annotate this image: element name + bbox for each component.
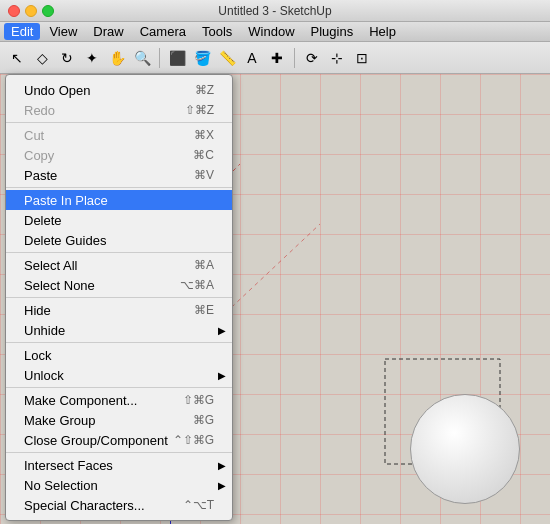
make-component-label: Make Component... — [24, 393, 137, 408]
make-group-shortcut: ⌘G — [193, 413, 214, 427]
delete-guides-label: Delete Guides — [24, 233, 106, 248]
undo-label: Undo Open — [24, 83, 91, 98]
material-tool-icon[interactable]: 🪣 — [191, 47, 213, 69]
menu-plugins[interactable]: Plugins — [304, 23, 361, 40]
menu-tools[interactable]: Tools — [195, 23, 239, 40]
hand-tool-icon[interactable]: ✋ — [106, 47, 128, 69]
title-bar: Untitled 3 - SketchUp — [0, 0, 550, 22]
edit-dropdown-menu: Undo Open ⌘Z Redo ⇧⌘Z Cut ⌘X Copy ⌘C — [5, 74, 233, 521]
unlock-label: Unlock — [24, 368, 64, 383]
component-section: Make Component... ⇧⌘G Make Group ⌘G Clos… — [6, 388, 232, 453]
unhide-item[interactable]: Unhide — [6, 320, 232, 340]
menu-bar: Edit View Draw Camera Tools Window Plugi… — [0, 22, 550, 42]
select-all-item[interactable]: Select All ⌘A — [6, 255, 232, 275]
menu-view[interactable]: View — [42, 23, 84, 40]
paste-delete-section: Paste In Place Delete Delete Guides — [6, 188, 232, 253]
special-chars-shortcut: ⌃⌥T — [183, 498, 214, 512]
lock-label: Lock — [24, 348, 51, 363]
make-component-shortcut: ⇧⌘G — [183, 393, 214, 407]
menu-window[interactable]: Window — [241, 23, 301, 40]
unlock-item[interactable]: Unlock — [6, 365, 232, 385]
paste-in-place-item[interactable]: Paste In Place — [6, 190, 232, 210]
delete-item[interactable]: Delete — [6, 210, 232, 230]
lock-item[interactable]: Lock — [6, 345, 232, 365]
main-area: Undo Open ⌘Z Redo ⇧⌘Z Cut ⌘X Copy ⌘C — [0, 74, 550, 524]
intersect-faces-label: Intersect Faces — [24, 458, 113, 473]
maximize-button[interactable] — [42, 5, 54, 17]
camera-pan-icon[interactable]: ⊹ — [326, 47, 348, 69]
select-section: Select All ⌘A Select None ⌥⌘A — [6, 253, 232, 298]
menu-camera[interactable]: Camera — [133, 23, 193, 40]
redo-shortcut: ⇧⌘Z — [185, 103, 214, 117]
cut-label: Cut — [24, 128, 44, 143]
window-title: Untitled 3 - SketchUp — [218, 4, 331, 18]
select-none-label: Select None — [24, 278, 95, 293]
undo-item[interactable]: Undo Open ⌘Z — [6, 80, 232, 100]
select-none-shortcut: ⌥⌘A — [180, 278, 214, 292]
menu-edit[interactable]: Edit — [4, 23, 40, 40]
copy-shortcut: ⌘C — [193, 148, 214, 162]
minimize-button[interactable] — [25, 5, 37, 17]
hide-label: Hide — [24, 303, 51, 318]
delete-guides-item[interactable]: Delete Guides — [6, 230, 232, 250]
close-group-label: Close Group/Component — [24, 433, 168, 448]
select-tool-icon[interactable]: ↖ — [6, 47, 28, 69]
undo-shortcut: ⌘Z — [195, 83, 214, 97]
copy-item[interactable]: Copy ⌘C — [6, 145, 232, 165]
special-chars-item[interactable]: Special Characters... ⌃⌥T — [6, 495, 232, 515]
erase-tool-icon[interactable]: ◇ — [31, 47, 53, 69]
move-tool-icon[interactable]: ✦ — [81, 47, 103, 69]
special-chars-label: Special Characters... — [24, 498, 145, 513]
make-group-item[interactable]: Make Group ⌘G — [6, 410, 232, 430]
hide-shortcut: ⌘E — [194, 303, 214, 317]
make-component-item[interactable]: Make Component... ⇧⌘G — [6, 390, 232, 410]
no-selection-label: No Selection — [24, 478, 98, 493]
zoom-extents-icon[interactable]: ⊡ — [351, 47, 373, 69]
paste-item[interactable]: Paste ⌘V — [6, 165, 232, 185]
cut-shortcut: ⌘X — [194, 128, 214, 142]
toolbar: ↖ ◇ ↻ ✦ ✋ 🔍 ⬛ 🪣 📏 A ✚ ⟳ ⊹ ⊡ — [0, 42, 550, 74]
toolbar-separator-2 — [294, 48, 295, 68]
select-none-item[interactable]: Select None ⌥⌘A — [6, 275, 232, 295]
redo-label: Redo — [24, 103, 55, 118]
window-controls[interactable] — [8, 5, 54, 17]
hide-item[interactable]: Hide ⌘E — [6, 300, 232, 320]
text-tool-icon[interactable]: A — [241, 47, 263, 69]
make-group-label: Make Group — [24, 413, 96, 428]
paste-in-place-label: Paste In Place — [24, 193, 108, 208]
paste-shortcut: ⌘V — [194, 168, 214, 182]
hide-section: Hide ⌘E Unhide — [6, 298, 232, 343]
intersect-faces-item[interactable]: Intersect Faces — [6, 455, 232, 475]
paste-label: Paste — [24, 168, 57, 183]
no-selection-item[interactable]: No Selection — [6, 475, 232, 495]
toolbar-separator-1 — [159, 48, 160, 68]
zoom-tool-icon[interactable]: 🔍 — [131, 47, 153, 69]
axes-tool-icon[interactable]: ✚ — [266, 47, 288, 69]
rotate-tool-icon[interactable]: ↻ — [56, 47, 78, 69]
undo-redo-section: Undo Open ⌘Z Redo ⇧⌘Z — [6, 78, 232, 123]
select-all-label: Select All — [24, 258, 77, 273]
close-button[interactable] — [8, 5, 20, 17]
measure-tool-icon[interactable]: 📏 — [216, 47, 238, 69]
menu-draw[interactable]: Draw — [86, 23, 130, 40]
lock-section: Lock Unlock — [6, 343, 232, 388]
component-tool-icon[interactable]: ⬛ — [166, 47, 188, 69]
select-all-shortcut: ⌘A — [194, 258, 214, 272]
redo-item[interactable]: Redo ⇧⌘Z — [6, 100, 232, 120]
cut-item[interactable]: Cut ⌘X — [6, 125, 232, 145]
delete-label: Delete — [24, 213, 62, 228]
close-group-item[interactable]: Close Group/Component ⌃⇧⌘G — [6, 430, 232, 450]
close-group-shortcut: ⌃⇧⌘G — [173, 433, 214, 447]
sphere-shape — [410, 394, 520, 504]
intersect-section: Intersect Faces No Selection Special Cha… — [6, 453, 232, 517]
menu-help[interactable]: Help — [362, 23, 403, 40]
copy-label: Copy — [24, 148, 54, 163]
unhide-label: Unhide — [24, 323, 65, 338]
camera-orbit-icon[interactable]: ⟳ — [301, 47, 323, 69]
clipboard-section: Cut ⌘X Copy ⌘C Paste ⌘V — [6, 123, 232, 188]
